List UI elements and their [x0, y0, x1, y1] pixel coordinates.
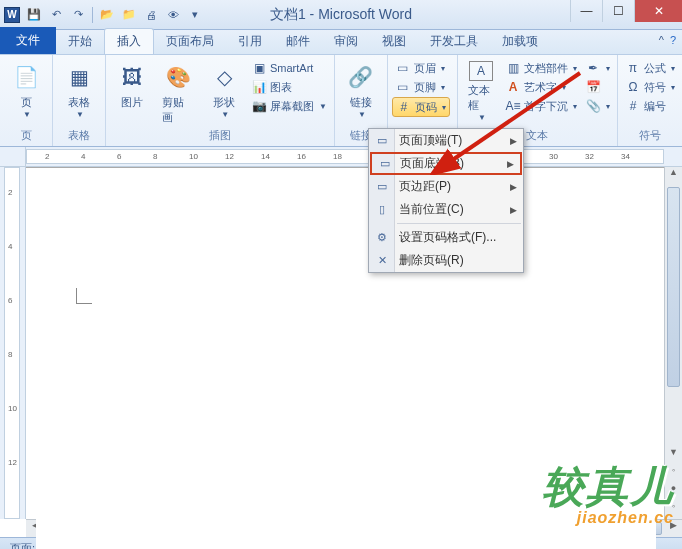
scrollbar-vertical[interactable]: ▲ ▼ ◦ ● ◦ — [664, 167, 682, 519]
ruler-corner — [0, 147, 26, 166]
quick-access-toolbar: 💾 ↶ ↷ 📂 📁 🖨 👁 ▾ — [24, 5, 205, 25]
dropcap-button[interactable]: A≡首字下沉▾ — [502, 97, 580, 115]
picture-icon: 🖼 — [116, 61, 148, 93]
table-icon: ▦ — [63, 61, 95, 93]
ribbon: 📄 页▼ 页 ▦ 表格▼ 表格 🖼图片 🎨剪贴画 ◇形状▼ ▣SmartArt … — [0, 55, 682, 147]
number-button[interactable]: #编号 — [622, 97, 678, 115]
tab-review[interactable]: 审阅 — [322, 29, 370, 54]
help-icon[interactable]: ? — [670, 34, 676, 46]
tab-addins[interactable]: 加载项 — [490, 29, 550, 54]
ruler-horizontal[interactable]: 246810121416182022242628303234 — [26, 149, 664, 164]
browse-next-icon[interactable]: ◦ — [665, 501, 682, 519]
document-area: 24681012 ▲ ▼ ◦ ● ◦ — [0, 167, 682, 519]
tab-view[interactable]: 视图 — [370, 29, 418, 54]
textbox-button[interactable]: A文本框▼ — [462, 59, 500, 124]
tab-insert[interactable]: 插入 — [104, 28, 154, 54]
menu-page-margins[interactable]: ▭ 页边距(P) ▶ — [369, 175, 523, 198]
tab-references[interactable]: 引用 — [226, 29, 274, 54]
header-button[interactable]: ▭页眉▾ — [392, 59, 450, 77]
ribbon-tabs: 文件 开始 插入 页面布局 引用 邮件 审阅 视图 开发工具 加载项 ^ ? — [0, 30, 682, 55]
picture-button[interactable]: 🖼图片 — [110, 59, 154, 112]
qat-more[interactable]: ▾ — [185, 5, 205, 25]
signature-button[interactable]: ✒▾ — [582, 59, 613, 77]
group-symbols-label: 符号 — [622, 127, 678, 144]
link-icon: 🔗 — [345, 61, 377, 93]
qat-new[interactable]: 📁 — [119, 5, 139, 25]
shapes-icon: ◇ — [208, 61, 240, 93]
dropcap-icon: A≡ — [505, 98, 521, 114]
datetime-button[interactable]: 📅 — [582, 78, 613, 96]
qat-preview[interactable]: 👁 — [163, 5, 183, 25]
page-number-label: 页码 — [415, 100, 437, 115]
ruler-horizontal-area: 246810121416182022242628303234 — [0, 147, 682, 167]
tab-file[interactable]: 文件 — [0, 27, 56, 54]
shapes-button[interactable]: ◇形状▼ — [202, 59, 246, 121]
submenu-arrow-icon: ▶ — [510, 182, 517, 192]
quickparts-button[interactable]: ▥文档部件▾ — [502, 59, 580, 77]
clipart-button[interactable]: 🎨剪贴画 — [156, 59, 201, 127]
menu-format-page-numbers[interactable]: ⚙ 设置页码格式(F)... — [369, 226, 523, 249]
cursor-indicator — [76, 288, 92, 304]
close-button[interactable]: ✕ — [634, 0, 682, 22]
tab-home[interactable]: 开始 — [56, 29, 104, 54]
table-button[interactable]: ▦ 表格▼ — [57, 59, 101, 121]
wordart-button[interactable]: A艺术字▾ — [502, 78, 580, 96]
footer-icon: ▭ — [395, 79, 411, 95]
clipart-label: 剪贴画 — [162, 95, 195, 125]
shapes-label: 形状 — [213, 95, 235, 110]
menu-margins-label: 页边距(P) — [399, 178, 451, 195]
scroll-right-icon[interactable]: ▶ — [664, 520, 682, 537]
smartart-button[interactable]: ▣SmartArt — [248, 59, 330, 77]
equation-icon: π — [625, 60, 641, 76]
chart-icon: 📊 — [251, 79, 267, 95]
minimize-ribbon-icon[interactable]: ^ — [659, 34, 664, 46]
symbol-button[interactable]: Ω符号▾ — [622, 78, 678, 96]
tab-mailings[interactable]: 邮件 — [274, 29, 322, 54]
screenshot-label: 屏幕截图 — [270, 99, 314, 114]
qat-undo[interactable]: ↶ — [46, 5, 66, 25]
page-number-button[interactable]: #页码▾ — [392, 97, 450, 117]
browse-prev-icon[interactable]: ◦ — [665, 465, 682, 483]
screenshot-icon: 📷 — [251, 98, 267, 114]
header-label: 页眉 — [414, 61, 436, 76]
minimize-button[interactable]: — — [570, 0, 602, 22]
submenu-arrow-icon: ▶ — [510, 205, 517, 215]
scroll-up-icon[interactable]: ▲ — [665, 167, 682, 185]
menu-current-label: 当前位置(C) — [399, 201, 464, 218]
pages-label: 页 — [21, 95, 32, 110]
qat-separator — [92, 7, 93, 23]
signature-icon: ✒ — [585, 60, 601, 76]
chart-button[interactable]: 📊图表 — [248, 78, 330, 96]
scroll-v-thumb[interactable] — [667, 187, 680, 387]
qat-print[interactable]: 🖨 — [141, 5, 161, 25]
menu-top-of-page[interactable]: ▭ 页面顶端(T) ▶ — [369, 129, 523, 152]
ruler-vertical[interactable]: 24681012 — [0, 167, 26, 519]
format-icon: ⚙ — [374, 230, 390, 246]
document-page[interactable] — [36, 174, 656, 549]
pages-button[interactable]: 📄 页▼ — [4, 59, 48, 121]
page-number-dropdown: ▭ 页面顶端(T) ▶ ▭ 页面底端(B) ▶ ▭ 页边距(P) ▶ ▯ 当前位… — [368, 128, 524, 273]
footer-button[interactable]: ▭页脚▾ — [392, 78, 450, 96]
document-viewport[interactable] — [26, 167, 664, 519]
equation-button[interactable]: π公式▾ — [622, 59, 678, 77]
object-button[interactable]: 📎▾ — [582, 97, 613, 115]
qat-save[interactable]: 💾 — [24, 5, 44, 25]
smartart-label: SmartArt — [270, 62, 313, 74]
current-pos-icon: ▯ — [374, 202, 390, 218]
tab-page-layout[interactable]: 页面布局 — [154, 29, 226, 54]
page-margin-icon: ▭ — [374, 179, 390, 195]
scroll-down-icon[interactable]: ▼ — [665, 447, 682, 465]
tab-developer[interactable]: 开发工具 — [418, 29, 490, 54]
clipart-icon: 🎨 — [162, 61, 194, 93]
links-button[interactable]: 🔗链接▼ — [339, 59, 383, 121]
screenshot-button[interactable]: 📷屏幕截图▼ — [248, 97, 330, 115]
menu-current-position[interactable]: ▯ 当前位置(C) ▶ — [369, 198, 523, 221]
qat-open[interactable]: 📂 — [97, 5, 117, 25]
menu-remove-page-numbers[interactable]: ✕ 删除页码(R) — [369, 249, 523, 272]
titlebar: W 💾 ↶ ↷ 📂 📁 🖨 👁 ▾ 文档1 - Microsoft Word —… — [0, 0, 682, 30]
maximize-button[interactable]: ☐ — [602, 0, 634, 22]
footer-label: 页脚 — [414, 80, 436, 95]
browse-object-icon[interactable]: ● — [665, 483, 682, 501]
qat-redo[interactable]: ↷ — [68, 5, 88, 25]
menu-bottom-of-page[interactable]: ▭ 页面底端(B) ▶ — [370, 152, 522, 175]
